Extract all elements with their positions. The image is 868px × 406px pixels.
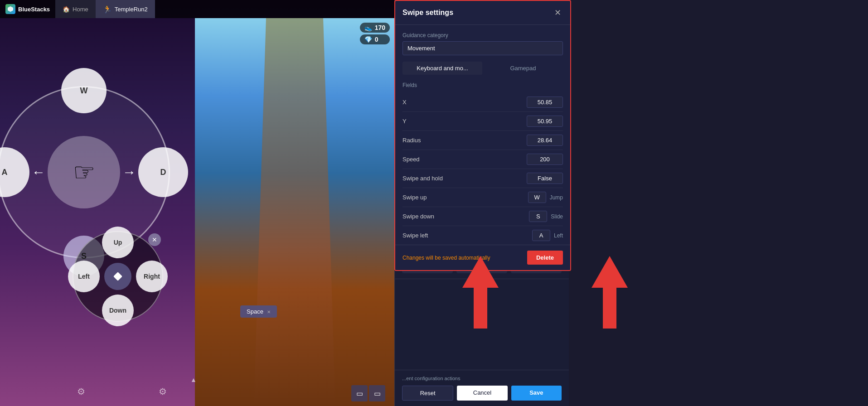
- game-area: BlueStacks 🏠 Home 🏃 TempleRun2 W S A: [0, 0, 394, 406]
- swipe-left-action: Left: [554, 232, 563, 239]
- field-row-swipe-hold: Swipe and hold False: [402, 169, 563, 188]
- dpad-up-btn[interactable]: Up: [102, 227, 134, 258]
- reset-button[interactable]: Reset: [402, 386, 453, 401]
- field-y-label: Y: [402, 118, 527, 125]
- dpad-close-btn[interactable]: ✕: [148, 233, 161, 246]
- templerun-icon: 🏃: [103, 5, 112, 14]
- field-y-value[interactable]: 50.95: [527, 116, 563, 127]
- swipe-up-action: Jump: [550, 194, 563, 201]
- auto-save-text: Changes will be saved automatically: [402, 255, 490, 261]
- dpad-left-btn[interactable]: Left: [68, 261, 100, 292]
- hand-pointer-icon: ☞: [73, 158, 95, 187]
- dpad-right-btn[interactable]: Right: [136, 261, 168, 292]
- dpad: ✕ Up Down Left Right: [68, 227, 168, 326]
- tab-templerun-label: TempleRun2: [115, 6, 148, 13]
- settings-icon-left[interactable]: ⚙: [77, 386, 85, 397]
- swipe-down-keys: S Slide: [529, 211, 563, 222]
- red-arrow-up-2: [582, 256, 637, 330]
- dpad-left-label: Left: [78, 273, 90, 280]
- dpad-center-btn: [104, 263, 131, 290]
- svg-marker-3: [592, 256, 628, 329]
- swipe-settings-title: Swipe settings: [402, 9, 453, 17]
- swipe-left-key[interactable]: A: [532, 230, 550, 241]
- dir-left-label: A: [2, 168, 8, 177]
- field-x-value[interactable]: 50.85: [527, 97, 563, 108]
- dpad-up-label: Up: [114, 239, 122, 246]
- dpad-down-label: Down: [109, 307, 126, 314]
- ce-actions-section: ...ent configuration actions Reset Cance…: [395, 370, 569, 406]
- bluestacks-icon: [5, 4, 15, 14]
- fields-label: Fields: [402, 82, 563, 88]
- swipe-up-label: Swipe up: [402, 194, 528, 201]
- swipe-center: ← ☞ →: [48, 136, 120, 208]
- swipe-down-key[interactable]: S: [529, 211, 547, 222]
- swipe-settings-panel: Swipe settings ✕ Guidance category Keybo…: [394, 0, 571, 271]
- save-button[interactable]: Save: [511, 386, 562, 401]
- coins-icon: 💎: [364, 36, 372, 43]
- tab-home-label: Home: [73, 6, 88, 13]
- swipe-up-keys: W Jump: [528, 192, 563, 203]
- field-x-label: X: [402, 99, 527, 106]
- tab-templerun2[interactable]: 🏃 TempleRun2: [96, 0, 155, 18]
- dir-up-circle: W: [61, 68, 107, 113]
- space-label: Space: [247, 308, 263, 315]
- swipe-left-keys: A Left: [532, 230, 563, 241]
- field-row-y: Y 50.95: [402, 112, 563, 131]
- svg-rect-1: [113, 272, 122, 281]
- swipe-left-row: Swipe left A Left: [402, 226, 563, 245]
- game-path: [254, 18, 335, 406]
- controller-btn-2: ▭: [369, 385, 385, 401]
- controls-overlay: W S A D ← ☞ → ✕ Up: [0, 18, 195, 362]
- dir-right-label: D: [160, 168, 166, 177]
- coins-value: 0: [375, 36, 378, 43]
- dir-up-label: W: [80, 86, 88, 96]
- field-row-speed: Speed 200: [402, 150, 563, 169]
- char-arrow: ▲: [190, 376, 197, 383]
- swipe-settings-header: Swipe settings ✕: [395, 1, 570, 25]
- swipe-down-row: Swipe down S Slide: [402, 207, 563, 226]
- dir-right-circle: D: [138, 147, 188, 197]
- field-speed-label: Speed: [402, 156, 527, 163]
- field-row-radius: Radius 28.64: [402, 131, 563, 150]
- field-row-x: X 50.85: [402, 93, 563, 112]
- score-display: 👟 170 💎 0: [360, 23, 390, 44]
- settings-icon-right[interactable]: ⚙: [159, 386, 167, 397]
- arrow-right-icon: →: [122, 164, 136, 180]
- home-icon: 🏠: [63, 6, 70, 13]
- controller-btn-1: ▭: [351, 385, 368, 401]
- guidance-input[interactable]: [402, 41, 563, 55]
- space-close-icon: ✕: [267, 309, 271, 314]
- swipe-up-key[interactable]: W: [528, 192, 546, 203]
- score-icon: 👟: [364, 24, 372, 31]
- tab-keyboard[interactable]: Keyboard and mo...: [402, 62, 482, 75]
- ce-actions-label: ...ent configuration actions: [402, 376, 562, 381]
- field-swipe-hold-label: Swipe and hold: [402, 175, 527, 182]
- field-speed-value[interactable]: 200: [527, 154, 563, 165]
- arrow-left-icon: ←: [32, 164, 45, 180]
- swipe-left-label: Swipe left: [402, 232, 532, 239]
- top-bar: BlueStacks 🏠 Home 🏃 TempleRun2: [0, 0, 394, 18]
- dpad-area: ✕ Up Down Left Right: [68, 227, 168, 326]
- bluestacks-name: BlueStacks: [18, 6, 50, 13]
- swipe-up-row: Swipe up W Jump: [402, 188, 563, 207]
- delete-button[interactable]: Delete: [527, 251, 563, 265]
- dpad-down-btn[interactable]: Down: [102, 295, 134, 326]
- guidance-label: Guidance category: [402, 32, 563, 39]
- game-scene: 👟 170 💎 0 ▭ ▭: [195, 18, 394, 406]
- tab-home[interactable]: 🏠 Home: [55, 0, 96, 18]
- ce-actions-row: Reset Cancel Save: [402, 386, 562, 401]
- space-button[interactable]: Space ✕: [240, 305, 277, 318]
- tab-gamepad[interactable]: Gamepad: [483, 62, 563, 75]
- field-radius-value[interactable]: 28.64: [527, 135, 563, 146]
- score-item: 👟 170: [360, 23, 390, 33]
- svg-marker-0: [8, 6, 13, 12]
- score-value: 170: [375, 24, 385, 31]
- settings-tabs: Keyboard and mo... Gamepad: [402, 62, 563, 75]
- swipe-settings-close-btn[interactable]: ✕: [552, 7, 563, 18]
- field-swipe-hold-value[interactable]: False: [527, 173, 563, 184]
- coins-item: 💎 0: [360, 34, 390, 44]
- dpad-right-label: Right: [144, 273, 160, 280]
- swipe-settings-footer: Changes will be saved automatically Dele…: [395, 245, 570, 270]
- cancel-button[interactable]: Cancel: [457, 386, 507, 401]
- swipe-settings-body: Guidance category Keyboard and mo... Gam…: [395, 25, 570, 271]
